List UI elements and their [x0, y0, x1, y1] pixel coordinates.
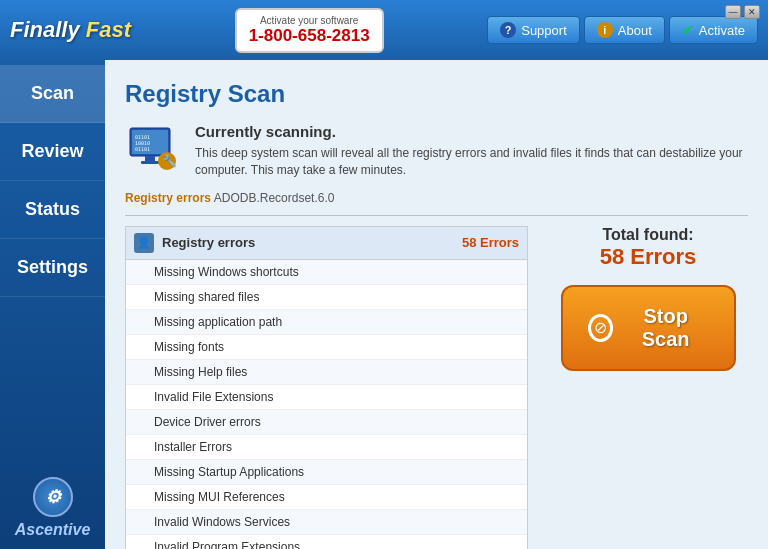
about-icon: i [597, 22, 613, 38]
error-row: Invalid Windows Services [126, 510, 527, 535]
scan-computer-icon: 01101 10010 01101 🔧 [125, 123, 180, 178]
phone-number: 1-800-658-2813 [249, 26, 370, 45]
window-controls: — ✕ [725, 5, 760, 19]
activate-button[interactable]: ✔ Activate [669, 16, 758, 44]
svg-rect-6 [141, 161, 159, 164]
activate-box: Activate your software 1-800-658-2813 [235, 8, 384, 53]
stop-scan-label: Stop Scan [623, 305, 709, 351]
sidebar-logo: ⚙ Ascentive [0, 467, 105, 549]
total-found-label: Total found: [600, 226, 697, 244]
errors-header-count: 58 Errors [462, 235, 519, 250]
total-found-count: 58 Errors [600, 244, 697, 270]
activate-label: Activate [699, 23, 745, 38]
main-layout: Scan Review Status Settings ⚙ Ascentive … [0, 60, 768, 549]
registry-path-detail: ADODB.Recordset.6.0 [214, 191, 335, 205]
error-row: Missing Startup Applications [126, 460, 527, 485]
scan-status-title: Currently scanning. [195, 123, 748, 140]
svg-text:01101: 01101 [135, 146, 150, 152]
errors-list-header: 👤 Registry errors 58 Errors [126, 227, 527, 260]
app-title: Finally Fast [10, 17, 131, 43]
svg-rect-5 [145, 156, 155, 161]
error-row: Device Driver errors [126, 410, 527, 435]
error-row: Invalid File Extensions [126, 385, 527, 410]
error-row: Missing fonts [126, 335, 527, 360]
scan-description: Currently scanning. This deep system sca… [195, 123, 748, 179]
sidebar-item-status[interactable]: Status [0, 181, 105, 239]
stop-icon: ⊘ [588, 314, 613, 342]
divider [125, 215, 748, 216]
error-row: Missing MUI References [126, 485, 527, 510]
minimize-button[interactable]: — [725, 5, 741, 19]
registry-path-line: Registry errors ADODB.Recordset.6.0 [125, 191, 748, 205]
errors-header-title: Registry errors [162, 235, 462, 250]
sidebar-item-scan[interactable]: Scan [0, 65, 105, 123]
scan-header: 01101 10010 01101 🔧 Currently scanning. … [125, 123, 748, 179]
sidebar: Scan Review Status Settings ⚙ Ascentive [0, 60, 105, 549]
top-nav: ? Support i About ✔ Activate [487, 16, 758, 44]
logo-icon: ⚙ [33, 477, 73, 517]
support-button[interactable]: ? Support [487, 16, 580, 44]
page-title: Registry Scan [125, 80, 748, 108]
about-label: About [618, 23, 652, 38]
checkmark-icon: ✔ [682, 22, 694, 38]
error-row: Missing application path [126, 310, 527, 335]
title-bar: Finally Fast Activate your software 1-80… [0, 0, 768, 60]
error-row: Missing Help files [126, 360, 527, 385]
error-row: Missing shared files [126, 285, 527, 310]
registry-icon: 👤 [134, 233, 154, 253]
activate-label: Activate your software [249, 15, 370, 26]
about-button[interactable]: i About [584, 16, 665, 44]
content-area: Registry Scan 01101 10010 01101 🔧 Curren… [105, 60, 768, 549]
scan-body: 👤 Registry errors 58 Errors Missing Wind… [125, 226, 748, 549]
error-row: Installer Errors [126, 435, 527, 460]
close-button[interactable]: ✕ [744, 5, 760, 19]
support-icon: ? [500, 22, 516, 38]
stop-scan-button[interactable]: ⊘ Stop Scan [561, 285, 736, 371]
error-row: Invalid Program Extensions [126, 535, 527, 549]
error-row: Missing Windows shortcuts [126, 260, 527, 285]
support-label: Support [521, 23, 567, 38]
sidebar-item-settings[interactable]: Settings [0, 239, 105, 297]
errors-list: 👤 Registry errors 58 Errors Missing Wind… [125, 226, 528, 549]
sidebar-item-review[interactable]: Review [0, 123, 105, 181]
right-panel: Total found: 58 Errors ⊘ Stop Scan [548, 226, 748, 549]
registry-errors-label: Registry errors [125, 191, 211, 205]
svg-text:🔧: 🔧 [162, 153, 177, 168]
total-found: Total found: 58 Errors [600, 226, 697, 270]
scan-description-text: This deep system scan will reveal all th… [195, 145, 748, 179]
